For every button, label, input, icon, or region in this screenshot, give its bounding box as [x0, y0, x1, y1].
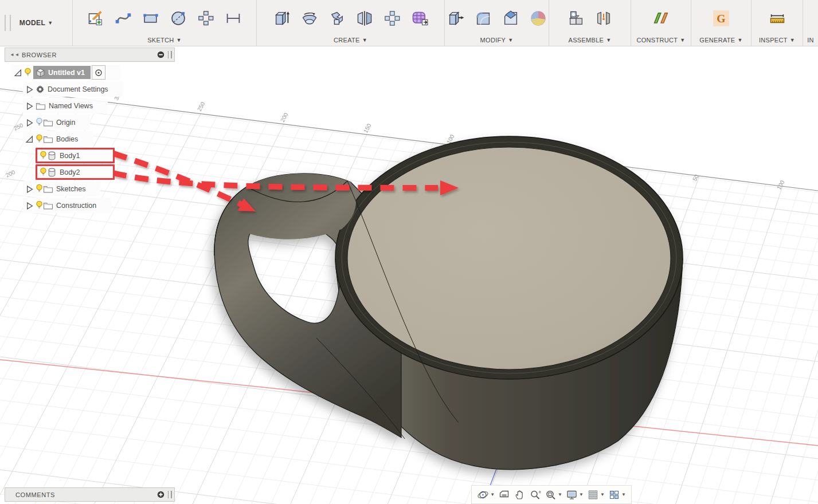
fillet-icon[interactable] [469, 6, 497, 31]
browser-row-bodies[interactable]: Bodies [5, 131, 123, 147]
browser-row-untitled-v1[interactable]: Untitled v1 [5, 64, 123, 81]
grid-axis-label: 250 [196, 101, 206, 112]
svg-text:±: ± [539, 489, 542, 494]
sketch-dimension-icon[interactable] [220, 6, 247, 31]
toolbar-grip[interactable] [5, 15, 11, 31]
rectangle-icon[interactable] [137, 6, 165, 31]
pan-icon[interactable] [512, 489, 527, 501]
toolbar-group-in: IN [803, 0, 818, 46]
workspace-label[interactable]: MODEL [19, 19, 45, 27]
browser-header[interactable]: ◄◄ BROWSER [5, 48, 175, 62]
visibility-bulb-icon[interactable] [36, 184, 43, 194]
construction-plane-icon[interactable] [647, 6, 675, 31]
chevron-down-icon: ▼ [621, 492, 626, 497]
mug-model[interactable] [214, 136, 683, 470]
browser-row-body1[interactable]: Body1 [5, 147, 123, 164]
fit-zoom-icon[interactable]: ▼ [543, 489, 564, 501]
expand-collapsed-icon[interactable] [25, 119, 34, 126]
browser-row-body2[interactable]: Body2 [5, 164, 123, 180]
spline-icon[interactable] [109, 6, 137, 31]
workspace-switcher[interactable]: MODEL ▼ [0, 0, 72, 46]
mug-handle-saddle [221, 174, 356, 239]
grid-axis-label: 100 [776, 179, 786, 191]
browser-row-document-settings[interactable]: Document Settings [5, 81, 123, 97]
toolbar-menu-construct[interactable]: CONSTRUCT▼ [637, 34, 686, 46]
expand-collapsed-icon[interactable] [25, 185, 34, 192]
browser-row-sketches[interactable]: Sketches [5, 180, 123, 197]
toolbar-menu-create[interactable]: CREATE▼ [334, 34, 367, 46]
hide-all-icon[interactable] [157, 51, 165, 58]
circle-icon[interactable] [165, 6, 192, 31]
chevron-down-icon: ▼ [508, 37, 513, 43]
browser-row-origin[interactable]: Origin [5, 114, 123, 131]
mug-top-face[interactable] [347, 147, 671, 369]
chevron-down-icon: ▼ [579, 492, 584, 497]
visibility-bulb-icon[interactable] [36, 117, 43, 127]
browser-item-label: Construction [56, 202, 96, 210]
add-comment-icon[interactable] [157, 491, 165, 498]
visibility-bulb-icon[interactable] [36, 134, 43, 144]
toolbar-menu-in[interactable]: IN [807, 34, 814, 46]
sweep-icon[interactable] [323, 6, 351, 31]
toolbar-menu-sketch[interactable]: SKETCH▼ [147, 34, 182, 46]
toolbar-group-assemble: ASSEMBLE▼ [549, 0, 631, 46]
toolbar-menu-generate[interactable]: GENERATE▼ [699, 34, 742, 46]
panel-grip[interactable] [168, 491, 172, 498]
new-component-icon[interactable] [562, 6, 590, 31]
sketch-pattern-icon[interactable] [192, 6, 220, 31]
chevron-down-icon: ▼ [606, 37, 611, 43]
view-navigation-toolbar: ▼±▼▼▼▼ [471, 485, 632, 504]
grid-axis-label: 150 [362, 123, 373, 134]
expand-collapsed-icon[interactable] [25, 202, 34, 209]
orbit-icon[interactable]: ▼ [475, 489, 496, 501]
browser-row-construction[interactable]: Construction [5, 197, 123, 214]
look-at-icon[interactable] [496, 489, 512, 501]
expand-expanded-icon[interactable] [14, 69, 22, 76]
comments-bar[interactable]: COMMENTS [5, 487, 175, 502]
expand-collapsed-icon[interactable] [25, 102, 34, 109]
toolbar-menu-assemble[interactable]: ASSEMBLE▼ [569, 34, 612, 46]
revolve-icon[interactable] [296, 6, 323, 31]
toolbar-group-modify: MODIFY▼ [444, 0, 549, 46]
display-settings-icon[interactable]: ▼ [564, 489, 585, 501]
visibility-bulb-icon[interactable] [24, 68, 32, 77]
generate-icon[interactable]: G [707, 6, 735, 31]
collapse-panel-icon[interactable]: ◄◄ [10, 52, 19, 57]
chamfer-icon[interactable] [497, 6, 525, 31]
browser-row-named-views[interactable]: Named Views [5, 97, 123, 114]
svg-text:G: G [717, 13, 725, 25]
panel-grip[interactable] [168, 51, 172, 58]
appearance-icon[interactable] [525, 6, 552, 31]
extrude-icon[interactable] [268, 6, 296, 31]
browser-item-label: Document Settings [48, 85, 108, 93]
toolbar-menu-inspect[interactable]: INSPECT▼ [759, 34, 795, 46]
visibility-bulb-icon[interactable] [36, 200, 43, 210]
browser-tree: Untitled v1Document SettingsNamed ViewsO… [5, 64, 123, 214]
grid-settings-icon[interactable]: ▼ [585, 489, 606, 501]
pattern-icon[interactable] [378, 6, 406, 31]
folder-icon [36, 101, 46, 110]
create-sketch-icon[interactable] [82, 6, 109, 31]
toolbar-group-construct: CONSTRUCT▼ [631, 0, 691, 46]
chevron-down-icon: ▼ [680, 37, 685, 43]
visibility-bulb-icon[interactable] [40, 151, 47, 160]
expand-collapsed-icon[interactable] [25, 85, 34, 93]
grid-axis-label: 200 [279, 112, 289, 123]
mirror-icon[interactable] [351, 6, 378, 31]
viewports-icon[interactable]: ▼ [606, 489, 628, 501]
toolbar-menu-modify[interactable]: MODIFY▼ [480, 34, 514, 46]
browser-title: BROWSER [22, 52, 57, 58]
body-cylinder-icon [47, 151, 57, 160]
folder-icon [43, 184, 53, 193]
expand-expanded-icon[interactable] [25, 135, 34, 143]
folder-icon [43, 118, 53, 127]
create-form-icon[interactable] [406, 6, 433, 31]
activate-component-radio[interactable] [92, 65, 105, 80]
zoom-icon[interactable]: ± [527, 489, 543, 501]
visibility-bulb-icon[interactable] [40, 167, 47, 177]
measure-icon[interactable] [764, 6, 791, 31]
joint-icon[interactable] [590, 6, 617, 31]
folder-icon [43, 135, 53, 143]
body1-arrow-dashes [113, 153, 241, 204]
press-pull-icon[interactable] [442, 6, 469, 31]
